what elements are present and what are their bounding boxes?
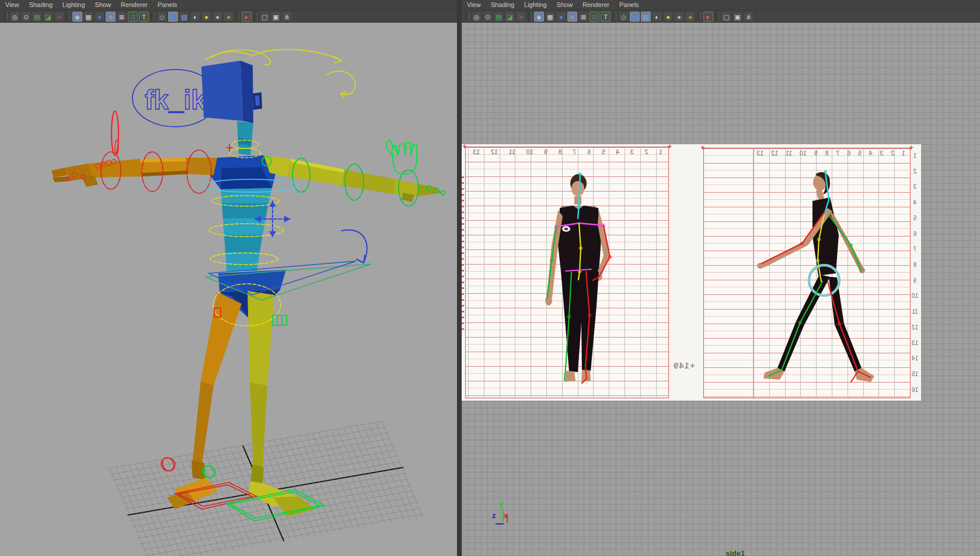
toolbar-separator — [716, 12, 719, 20]
smooth-shade-all-icon[interactable]: ■ — [630, 12, 640, 22]
wireframe-icon[interactable]: ◇ — [157, 12, 167, 22]
ruler-number: 9 — [912, 277, 918, 284]
wireframe-icon[interactable]: ◇ — [619, 12, 629, 22]
ruler-number: 12 — [912, 324, 918, 331]
field-chart-icon[interactable]: ⊠ — [117, 12, 127, 22]
pan-zoom-icon[interactable]: + — [516, 12, 526, 22]
ruler-number: 2 — [912, 168, 918, 175]
camera-name-label: side1 — [726, 549, 745, 556]
isolate-select-icon[interactable]: ► — [242, 12, 252, 22]
image-plane-icon[interactable]: ◪ — [505, 12, 515, 22]
toolbar-separator — [67, 12, 70, 20]
x-axis-label: x — [504, 511, 508, 520]
resolution-gate-icon[interactable]: ● — [556, 12, 566, 22]
menu-item[interactable]: Lighting — [524, 0, 547, 9]
safe-title-icon[interactable]: T — [601, 12, 611, 22]
xray-joints-icon[interactable]: ⋔ — [744, 12, 754, 22]
field-chart-icon[interactable]: ⊠ — [578, 12, 588, 22]
camera-attributes-icon[interactable]: ⊙ — [21, 12, 31, 22]
film-edge-ticks — [462, 176, 464, 334]
menu-item[interactable]: View — [5, 0, 19, 9]
reference-front-page: 12345678910111213 — [465, 147, 669, 398]
toolbar-separator — [613, 12, 616, 20]
textured-icon[interactable]: ▨ — [641, 12, 651, 22]
select-camera-icon[interactable]: ◎ — [10, 12, 20, 22]
menu-item[interactable]: View — [467, 0, 481, 9]
camera-attributes-icon[interactable]: ⊙ — [483, 12, 493, 22]
resolution-gate-icon[interactable]: ● — [95, 12, 104, 22]
ruler-number: 1 — [912, 152, 918, 159]
ruler-number: 14 — [912, 355, 918, 362]
all-lights-icon[interactable]: ● — [663, 12, 673, 22]
pan-zoom-icon[interactable]: + — [54, 12, 64, 22]
grid-icon[interactable]: ◈ — [72, 12, 82, 22]
bookmarks-icon[interactable]: ▤ — [494, 12, 504, 22]
use-default-material-icon[interactable]: ◐ — [652, 12, 662, 22]
menu-item[interactable]: Shading — [29, 0, 53, 9]
xray-active-components-icon[interactable]: ▣ — [733, 12, 742, 22]
shadows-icon[interactable]: ● — [674, 12, 684, 22]
use-default-material-icon[interactable]: ◐ — [190, 12, 200, 22]
menu-item[interactable]: Show — [95, 0, 111, 9]
film-gate-icon[interactable]: ▦ — [545, 12, 555, 22]
textured-icon[interactable]: ▨ — [179, 12, 189, 22]
xray-icon[interactable]: ▢ — [721, 12, 731, 22]
menu-item[interactable]: Shading — [491, 0, 514, 9]
panel-menu-bar: ViewShadingLightingShowRendererPanels — [0, 0, 457, 10]
frame-counter-label: +149 — [673, 360, 695, 370]
menu-item[interactable]: Renderer — [583, 0, 609, 9]
xray-icon[interactable]: ▢ — [260, 12, 270, 22]
vertical-ruler: 12345678910111213141516 — [912, 152, 918, 393]
hip-rotate-arrow-control — [341, 230, 367, 263]
reference-side-page: 12345678910111213 — [703, 148, 911, 398]
ruler-number: 11 — [912, 308, 918, 315]
safe-action-icon[interactable]: ∷ — [128, 12, 138, 22]
image-plane-icon[interactable]: ◪ — [43, 12, 53, 22]
side-viewport[interactable]: 12345678910111213 — [462, 23, 980, 556]
safe-action-icon[interactable]: ∷ — [590, 12, 599, 22]
toolbar-separator — [697, 12, 701, 20]
menu-item[interactable]: Panels — [619, 0, 639, 9]
xray-joints-icon[interactable]: ⋔ — [282, 12, 292, 22]
menu-item[interactable]: Show — [557, 0, 573, 9]
panel-icon-bar: ◎⊙▤◪+◈▦●○⊠∷T◇■▨◐●●●►▢▣⋔ — [0, 10, 457, 23]
toolbar-separator — [466, 12, 469, 20]
shadows-icon[interactable]: ● — [212, 12, 222, 22]
ruler-number: 16 — [912, 387, 918, 393]
maya-two-viewport-layout: ViewShadingLightingShowRendererPanels ◎⊙… — [0, 0, 980, 556]
occlusion-icon[interactable]: ● — [224, 12, 233, 22]
menu-item[interactable]: Lighting — [62, 0, 85, 9]
bookmarks-icon[interactable]: ▤ — [32, 12, 42, 22]
all-lights-icon[interactable]: ● — [201, 12, 211, 22]
toolbar-separator — [528, 12, 532, 20]
neck-axis-marker — [226, 144, 232, 151]
isolate-select-icon[interactable]: ► — [703, 12, 713, 22]
menu-item[interactable]: Renderer — [121, 0, 148, 9]
grid-icon[interactable]: ◈ — [534, 12, 544, 22]
toolbar-separator — [4, 12, 8, 20]
safe-title-icon[interactable]: T — [139, 12, 149, 22]
panel-persp: ViewShadingLightingShowRendererPanels ◎⊙… — [0, 0, 457, 556]
character-mesh — [51, 61, 442, 517]
occlusion-icon[interactable]: ● — [685, 12, 695, 22]
svg-text:fk_ik: fk_ik — [145, 85, 206, 115]
film-gate-icon[interactable]: ▦ — [83, 12, 93, 22]
ruler-number: 8 — [912, 262, 918, 268]
gate-mask-icon[interactable]: ○ — [106, 12, 116, 22]
perspective-viewport[interactable]: fk_ik — [0, 23, 457, 556]
smooth-shade-all-icon[interactable]: ■ — [168, 12, 178, 22]
right-hand-control — [386, 140, 417, 174]
toolbar-separator — [151, 12, 155, 20]
ruler-number: 13 — [912, 340, 918, 346]
axis-indicator: y z x — [492, 501, 518, 527]
menu-item[interactable]: Panels — [158, 0, 177, 9]
y-axis-label: y — [499, 499, 503, 508]
gate-mask-icon[interactable]: ○ — [567, 12, 577, 22]
xray-active-components-icon[interactable]: ▣ — [271, 12, 281, 22]
reference-image-plane: 12345678910111213 — [462, 144, 921, 401]
ruler-number: 10 — [912, 293, 918, 299]
ruler-number: 15 — [912, 371, 918, 377]
select-camera-icon[interactable]: ◎ — [472, 12, 482, 22]
ruler-number: 4 — [912, 199, 918, 206]
panel-icon-bar: ◎⊙▤◪+◈▦●○⊠∷T◇■▨◐●●●►▢▣⋔ — [462, 10, 980, 23]
